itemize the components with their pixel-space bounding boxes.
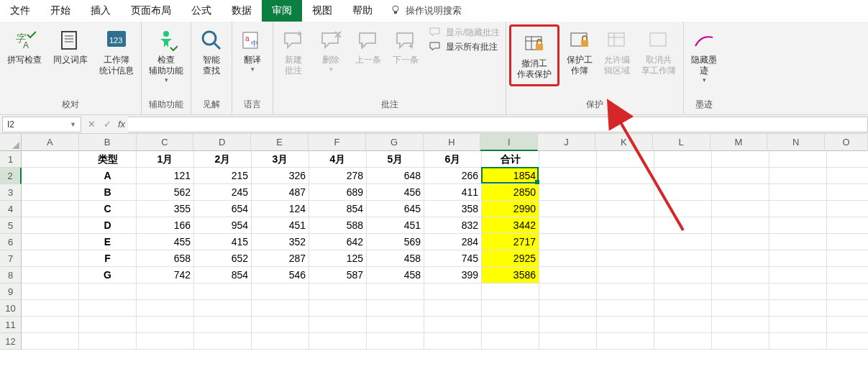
cell[interactable] xyxy=(22,300,79,317)
column-header[interactable]: K xyxy=(595,134,653,151)
cell[interactable]: B xyxy=(79,184,137,201)
cell[interactable]: 456 xyxy=(367,184,424,201)
cell[interactable]: 124 xyxy=(252,201,309,217)
tab-数据[interactable]: 数据 xyxy=(221,0,262,22)
cell[interactable] xyxy=(769,267,827,283)
column-header[interactable]: A xyxy=(22,134,79,151)
cell[interactable]: 2850 xyxy=(482,184,539,201)
cell[interactable] xyxy=(827,168,868,184)
cell[interactable] xyxy=(712,317,769,333)
cell[interactable] xyxy=(252,317,309,333)
workbook-stats-button[interactable]: 123 工作簿 统计信息 xyxy=(95,24,138,79)
cell[interactable] xyxy=(539,250,597,267)
column-header[interactable]: N xyxy=(767,134,825,151)
cell[interactable]: 399 xyxy=(424,267,482,283)
cell[interactable] xyxy=(597,184,654,201)
cell[interactable] xyxy=(712,151,769,168)
cell[interactable] xyxy=(22,201,79,217)
cell[interactable] xyxy=(22,250,79,267)
cell[interactable] xyxy=(367,283,424,300)
cell[interactable]: 654 xyxy=(194,201,252,217)
cell[interactable] xyxy=(769,201,827,217)
cell[interactable] xyxy=(654,201,712,217)
cell[interactable] xyxy=(194,317,252,333)
row-header[interactable]: 1 xyxy=(0,151,22,168)
cell[interactable] xyxy=(367,300,424,317)
cell[interactable] xyxy=(654,300,712,317)
tell-me-search[interactable]: 操作说明搜索 xyxy=(383,4,469,18)
tab-视图[interactable]: 视图 xyxy=(302,0,342,22)
cell[interactable]: 358 xyxy=(424,201,482,217)
cell[interactable] xyxy=(252,283,309,300)
cell[interactable]: A xyxy=(79,168,137,184)
row-header[interactable]: 5 xyxy=(0,217,22,234)
cell[interactable] xyxy=(597,234,654,250)
cell[interactable]: 5月 xyxy=(367,151,424,168)
cell[interactable]: 562 xyxy=(137,184,194,201)
cell[interactable]: 658 xyxy=(137,250,194,267)
cell[interactable] xyxy=(712,234,769,250)
cell[interactable] xyxy=(827,217,868,234)
cell[interactable] xyxy=(597,151,654,168)
cell[interactable] xyxy=(309,317,367,333)
cell[interactable] xyxy=(769,184,827,201)
cell[interactable]: 587 xyxy=(309,267,367,283)
cell[interactable]: 2990 xyxy=(482,201,539,217)
cell[interactable] xyxy=(482,333,539,350)
cell[interactable] xyxy=(194,283,252,300)
cell[interactable] xyxy=(22,333,79,350)
column-header[interactable]: C xyxy=(137,134,194,151)
tab-插入[interactable]: 插入 xyxy=(81,0,121,22)
cell[interactable] xyxy=(137,333,194,350)
cell[interactable]: D xyxy=(79,217,137,234)
cell[interactable]: 415 xyxy=(194,234,252,250)
cell[interactable] xyxy=(79,333,137,350)
cell[interactable]: G xyxy=(79,267,137,283)
cell[interactable] xyxy=(597,217,654,234)
cell[interactable] xyxy=(137,283,194,300)
cell[interactable]: 278 xyxy=(309,168,367,184)
cell[interactable] xyxy=(367,333,424,350)
cell[interactable] xyxy=(597,201,654,217)
cell[interactable] xyxy=(654,250,712,267)
cell[interactable]: 合计 xyxy=(482,151,539,168)
column-header[interactable]: I xyxy=(480,134,538,151)
column-header[interactable]: F xyxy=(309,134,366,151)
cell[interactable] xyxy=(252,333,309,350)
tab-文件[interactable]: 文件 xyxy=(0,0,40,22)
cell[interactable] xyxy=(424,333,482,350)
cell[interactable] xyxy=(539,151,597,168)
cell[interactable] xyxy=(712,184,769,201)
cell[interactable]: 266 xyxy=(424,168,482,184)
cell[interactable] xyxy=(769,250,827,267)
row-header[interactable]: 6 xyxy=(0,234,22,250)
cell[interactable]: 3586 xyxy=(482,267,539,283)
cell[interactable] xyxy=(769,333,827,350)
row-header[interactable]: 2 xyxy=(0,168,22,184)
tab-审阅[interactable]: 审阅 xyxy=(262,0,302,22)
cell[interactable] xyxy=(309,283,367,300)
cell[interactable]: 458 xyxy=(367,250,424,267)
cell[interactable] xyxy=(22,283,79,300)
cell[interactable] xyxy=(769,234,827,250)
cell[interactable] xyxy=(597,317,654,333)
cell[interactable]: 745 xyxy=(424,250,482,267)
cell[interactable] xyxy=(367,317,424,333)
column-header[interactable]: M xyxy=(711,134,768,151)
cell[interactable] xyxy=(539,333,597,350)
name-box[interactable]: I2 ▼ xyxy=(2,117,81,132)
column-header[interactable]: G xyxy=(366,134,424,151)
cell[interactable] xyxy=(654,267,712,283)
cell[interactable]: 458 xyxy=(367,267,424,283)
cell[interactable] xyxy=(194,333,252,350)
cell[interactable]: 411 xyxy=(424,184,482,201)
cell[interactable]: 645 xyxy=(367,201,424,217)
cell[interactable] xyxy=(539,283,597,300)
cell[interactable] xyxy=(79,317,137,333)
cell[interactable] xyxy=(424,317,482,333)
cell[interactable]: 121 xyxy=(137,168,194,184)
cell[interactable] xyxy=(424,283,482,300)
cell[interactable]: 648 xyxy=(367,168,424,184)
cell[interactable]: 3442 xyxy=(482,217,539,234)
cell[interactable]: 125 xyxy=(309,250,367,267)
